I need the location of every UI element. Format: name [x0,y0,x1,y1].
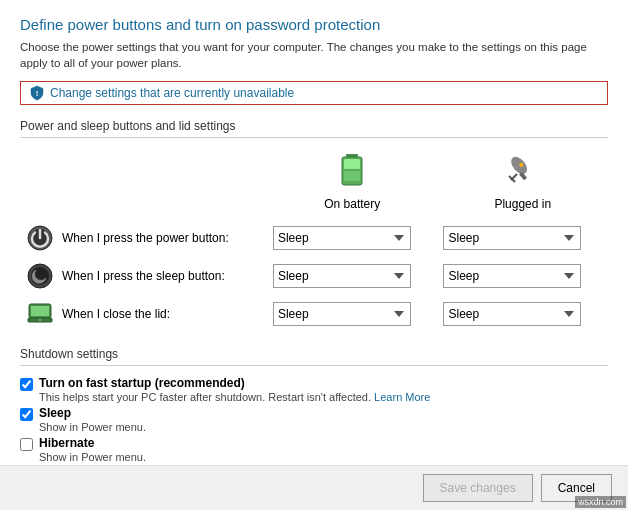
svg-text:!: ! [36,89,39,98]
shutdown-section-header: Shutdown settings [20,347,608,366]
battery-select-row-2[interactable]: Do nothingSleepHibernateShut downTurn of… [273,302,411,326]
page-title: Define power buttons and turn on passwor… [20,16,608,33]
table-row: When I close the lid:Do nothingSleepHibe… [20,295,608,333]
row-label-2: When I close the lid: [62,307,170,321]
battery-select-row-0[interactable]: Do nothingSleepHibernateShut downTurn of… [273,226,411,250]
plugged-select-row-1[interactable]: Do nothingSleepHibernateShut downTurn of… [443,264,581,288]
battery-icon [336,152,368,194]
shutdown-title-2: Hibernate [39,436,608,450]
watermark: wsxdn.com [575,496,626,508]
page-description: Choose the power settings that you want … [20,39,608,71]
svg-rect-4 [344,171,360,181]
shutdown-checkbox-2[interactable] [20,438,33,451]
table-row: When I press the sleep button:Do nothing… [20,257,608,295]
list-item: SleepShow in Power menu. [20,406,608,433]
power-sleep-table: On battery [20,148,608,333]
shutdown-checkbox-1[interactable] [20,408,33,421]
plugged-column-label: Plugged in [494,197,551,211]
row-icon-0 [26,224,54,252]
shutdown-desc-1: Show in Power menu. [39,421,608,433]
plugged-select-row-0[interactable]: Do nothingSleepHibernateShut downTurn of… [443,226,581,250]
svg-rect-15 [31,306,49,316]
row-icon-1 [26,262,54,290]
svg-point-17 [39,319,41,321]
list-item: HibernateShow in Power menu. [20,436,608,463]
row-icon-2 [26,300,54,328]
list-item: Turn on fast startup (recommended)This h… [20,376,608,403]
shield-icon: ! [29,85,45,101]
battery-column-label: On battery [324,197,380,211]
shutdown-title-1: Sleep [39,406,608,420]
plugged-select-row-2[interactable]: Do nothingSleepHibernateShut downTurn of… [443,302,581,326]
learn-more-link[interactable]: Learn More [374,391,430,403]
row-label-0: When I press the power button: [62,231,229,245]
footer: Save changes Cancel [0,465,628,510]
svg-point-5 [508,154,530,177]
shutdown-desc-0: This helps start your PC faster after sh… [39,391,608,403]
battery-column-header: On battery [267,148,438,219]
plugged-icon [505,152,541,194]
save-changes-button[interactable]: Save changes [423,474,533,502]
main-window: Define power buttons and turn on passwor… [0,0,628,510]
change-settings-label: Change settings that are currently unava… [50,86,294,100]
shutdown-checkbox-0[interactable] [20,378,33,391]
table-row: When I press the power button:Do nothing… [20,219,608,257]
change-settings-button[interactable]: ! Change settings that are currently una… [20,81,608,105]
plugged-column-header: Plugged in [437,148,608,219]
shutdown-desc-2: Show in Power menu. [39,451,608,463]
battery-select-row-1[interactable]: Do nothingSleepHibernateShut downTurn of… [273,264,411,288]
shutdown-title-0: Turn on fast startup (recommended) [39,376,608,390]
row-label-1: When I press the sleep button: [62,269,225,283]
svg-rect-3 [344,159,360,169]
power-sleep-section-header: Power and sleep buttons and lid settings [20,119,608,138]
